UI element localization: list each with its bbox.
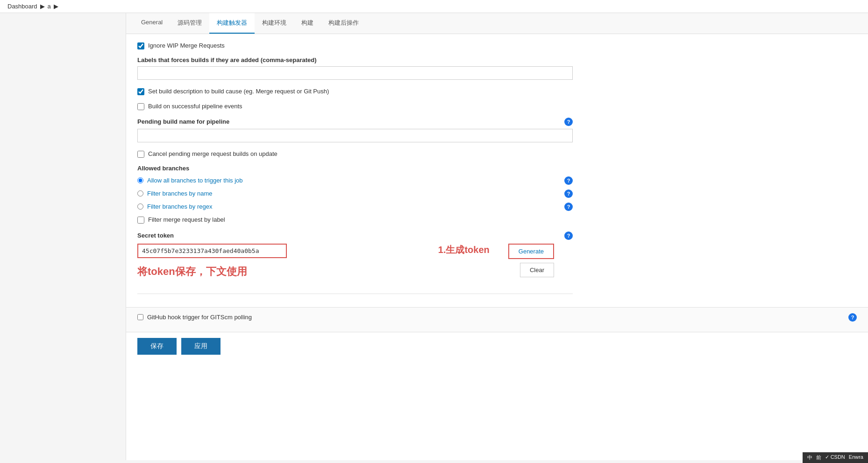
ignore-wip-row: Ignore WIP Merge Requests [137,42,573,50]
github-hook-checkbox[interactable] [137,314,143,320]
generate-button[interactable]: Generate [508,244,554,259]
cancel-pending-row: Cancel pending merge request builds on u… [137,150,573,158]
filter-by-regex-help-icon[interactable]: ? [564,203,573,211]
github-hook-section: GitHub hook trigger for GITScm polling ? [126,307,868,332]
ignore-wip-label[interactable]: Ignore WIP Merge Requests [148,42,225,50]
cancel-pending-label[interactable]: Cancel pending merge request builds on u… [148,150,277,158]
tab-build[interactable]: 构建 [294,13,321,34]
main-wrapper: General 源码管理 构建触发器 构建环境 构建 构建后操作 Ignore … [0,13,868,460]
github-hook-row: GitHub hook trigger for GITScm polling ? [137,313,857,322]
labels-label-row: Labels that forces builds if they are ad… [137,56,573,63]
status-mode: 前 [816,454,821,460]
pending-build-input[interactable] [137,129,573,142]
cancel-pending-checkbox[interactable] [137,151,144,158]
breadcrumb-project[interactable]: a [48,3,51,10]
set-build-desc-label[interactable]: Set build description to build cause (eg… [148,87,329,96]
token-full-row: 将token保存，下文使用 1.生成token Generate Clear [137,244,573,286]
github-hook-label[interactable]: GitHub hook trigger for GITScm polling [147,314,252,321]
allowed-branches-section: Allowed branches Allow all branches to t… [137,165,573,224]
status-plugin: ✓ CSDN [825,454,845,460]
token-label: Secret token [137,232,174,239]
breadcrumb-bar: Dashboard ▶ a ▶ [0,0,868,13]
set-build-desc-row: Set build description to build cause (eg… [137,87,573,96]
labels-section: Labels that forces builds if they are ad… [137,56,573,80]
breadcrumb-sep1: ▶ [40,3,45,10]
filter-by-name-row: Filter branches by name ? [137,189,573,198]
sidebar [0,13,126,460]
breadcrumb-sep2: ▶ [54,3,58,10]
breadcrumb-dashboard[interactable]: Dashboard [7,3,37,10]
filter-by-label-row: Filter merge request by label [137,216,573,224]
labels-input[interactable] [137,66,573,80]
allow-all-radio[interactable] [137,177,143,183]
save-button[interactable]: 保存 [137,338,177,355]
filter-by-label-label[interactable]: Filter merge request by label [148,216,225,224]
build-on-pipeline-row: Build on successful pipeline events [137,102,573,111]
token-input[interactable] [137,244,287,258]
status-lang: 中 [807,454,812,460]
tabs-bar: General 源码管理 构建触发器 构建环境 构建 构建后操作 [126,13,868,34]
token-label-row: Secret token ? [137,232,573,240]
allow-all-row: Allow all branches to trigger this job ? [137,176,573,185]
save-note: 将token保存，下文使用 [137,265,429,279]
content-area: General 源码管理 构建触发器 构建环境 构建 构建后操作 Ignore … [126,13,868,460]
allowed-branches-heading: Allowed branches [137,165,573,172]
action-bar: 保存 应用 [126,332,868,360]
filter-by-name-help-icon[interactable]: ? [564,189,573,198]
set-build-desc-checkbox[interactable] [137,88,144,95]
pending-label-row: Pending build name for pipeline ? [137,118,573,126]
tab-build-trigger[interactable]: 构建触发器 [209,13,255,34]
filter-by-regex-radio[interactable] [137,203,143,210]
build-on-pipeline-label[interactable]: Build on successful pipeline events [148,102,242,111]
labels-label: Labels that forces builds if they are ad… [137,56,317,63]
github-hook-help-icon[interactable]: ? [848,313,857,322]
filter-by-name-radio[interactable] [137,190,143,196]
tab-build-env[interactable]: 构建环境 [255,13,294,34]
filter-by-name-label[interactable]: Filter branches by name [147,190,212,197]
ignore-wip-checkbox[interactable] [137,42,144,49]
pending-build-section: Pending build name for pipeline ? [137,118,573,142]
token-left: 将token保存，下文使用 [137,244,429,286]
filter-by-regex-label[interactable]: Filter branches by regex [147,203,212,210]
allow-all-label[interactable]: Allow all branches to trigger this job [147,177,243,184]
secret-token-section: Secret token ? 将token保存，下文使用 1.生成token G… [137,232,573,286]
token-help-icon[interactable]: ? [564,232,573,240]
section-divider [137,294,573,294]
clear-button[interactable]: Clear [520,263,554,277]
apply-button[interactable]: 应用 [181,338,221,355]
token-right: Generate Clear [508,244,573,277]
pending-help-icon[interactable]: ? [564,118,573,126]
allow-all-help-icon[interactable]: ? [564,176,573,185]
status-extra: Enwra [849,454,863,460]
token-annotation: 1.生成token [438,244,499,256]
tab-post-build[interactable]: 构建后操作 [321,13,366,34]
form-body: Ignore WIP Merge Requests Labels that fo… [126,34,584,307]
tab-general[interactable]: General [134,13,170,34]
filter-by-regex-row: Filter branches by regex ? [137,203,573,211]
pending-label: Pending build name for pipeline [137,118,229,125]
status-bar: 中 前 ✓ CSDN Enwra [803,452,868,460]
filter-by-label-checkbox[interactable] [137,217,144,224]
build-on-pipeline-checkbox[interactable] [137,103,144,110]
tab-source-mgmt[interactable]: 源码管理 [170,13,209,34]
